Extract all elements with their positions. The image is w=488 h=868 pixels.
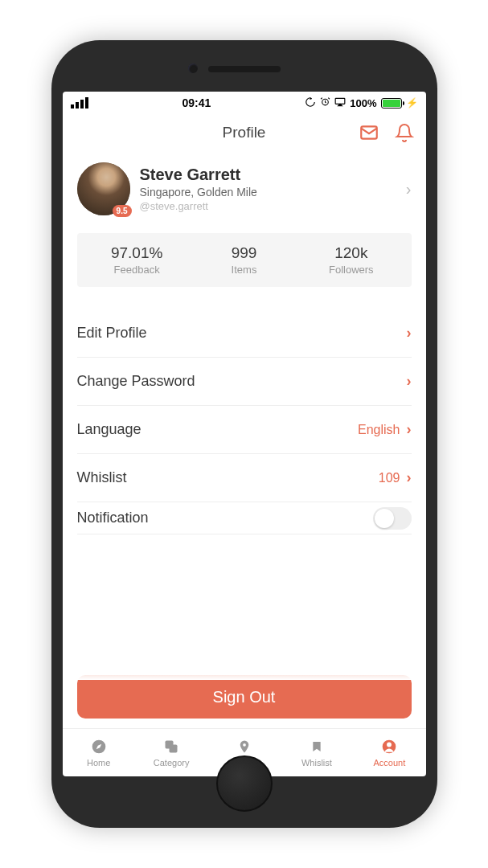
home-button[interactable]	[216, 755, 273, 812]
mail-button[interactable]	[357, 121, 381, 145]
rating-badge: 9.5	[113, 205, 132, 217]
status-right: 100% ⚡	[305, 96, 417, 110]
profile-name: Steve Garrett	[140, 166, 396, 184]
status-bar: 09:41 100% ⚡	[63, 92, 426, 114]
mail-icon	[359, 122, 379, 143]
compass-icon	[90, 738, 108, 755]
signout-button[interactable]: Sign Out	[77, 675, 412, 719]
phone-frame: 09:41 100% ⚡ Profile 9.5	[51, 40, 437, 828]
chevron-right-icon: ›	[406, 180, 412, 199]
svg-point-6	[243, 743, 246, 747]
chevron-right-icon: ›	[407, 469, 412, 486]
content-area: 9.5 Steve Garrett Singapore, Golden Mile…	[63, 151, 426, 675]
signal-icon	[71, 97, 88, 108]
rotation-lock-icon	[305, 96, 316, 110]
layers-icon	[162, 738, 180, 755]
tab-category[interactable]: Category	[135, 729, 207, 776]
svg-point-8	[387, 743, 392, 747]
notifications-button[interactable]	[392, 121, 416, 145]
menu-edit-profile[interactable]: Edit Profile ›	[77, 309, 412, 358]
profile-handle: @steve.garrett	[140, 200, 396, 212]
menu-change-password[interactable]: Change Password ›	[77, 358, 412, 406]
notification-toggle[interactable]	[373, 507, 412, 530]
profile-location: Singapore, Golden Mile	[140, 186, 396, 199]
chevron-right-icon: ›	[407, 373, 412, 390]
menu-whislist[interactable]: Whislist 109›	[77, 454, 412, 502]
page-header: Profile	[63, 114, 426, 151]
status-time: 09:41	[182, 96, 211, 109]
avatar: 9.5	[77, 162, 130, 215]
profile-card[interactable]: 9.5 Steve Garrett Singapore, Golden Mile…	[77, 162, 412, 215]
stat-followers[interactable]: 120k Followers	[297, 244, 404, 276]
settings-menu: Edit Profile › Change Password › Languag…	[77, 309, 412, 534]
svg-rect-5	[170, 745, 178, 753]
alarm-icon	[320, 96, 330, 109]
airplay-icon	[334, 97, 346, 109]
stats-bar: 97.01% Feedback 999 Items 120k Followers	[77, 233, 412, 287]
menu-language[interactable]: Language English›	[77, 406, 412, 454]
tab-account[interactable]: Account	[353, 729, 425, 776]
bookmark-icon	[308, 738, 326, 755]
profile-info: Steve Garrett Singapore, Golden Mile @st…	[140, 166, 396, 212]
charging-icon: ⚡	[406, 97, 418, 108]
menu-notification[interactable]: Notification	[77, 502, 412, 534]
page-title: Profile	[223, 124, 266, 141]
signout-area: Sign Out	[63, 675, 426, 728]
location-icon	[236, 738, 253, 755]
tab-whislist[interactable]: Whislist	[281, 729, 353, 776]
stat-feedback[interactable]: 97.01% Feedback	[84, 244, 191, 276]
user-icon	[380, 738, 398, 755]
stat-items[interactable]: 999 Items	[191, 244, 297, 276]
tab-home[interactable]: Home	[63, 729, 135, 776]
battery-percent: 100%	[350, 97, 376, 109]
svg-rect-1	[335, 98, 345, 104]
chevron-right-icon: ›	[407, 421, 412, 438]
chevron-right-icon: ›	[407, 325, 412, 342]
bell-icon	[395, 123, 414, 142]
battery-icon	[381, 98, 402, 108]
screen: 09:41 100% ⚡ Profile 9.5	[63, 92, 426, 776]
